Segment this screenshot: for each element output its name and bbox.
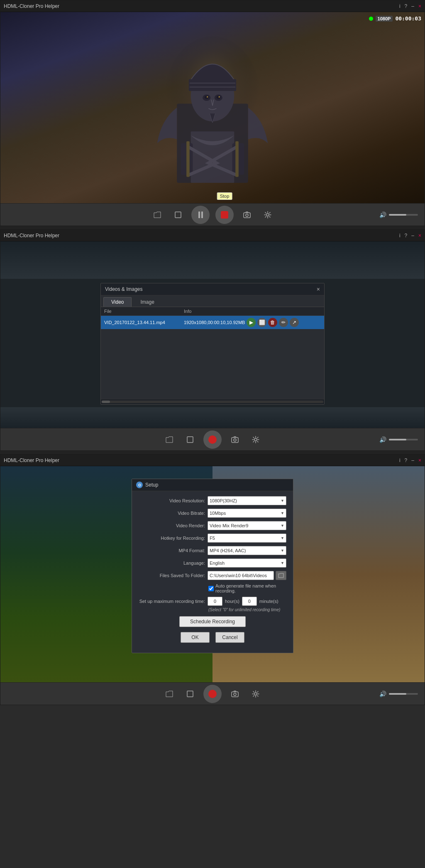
modal-title: Videos & Images <box>105 286 143 292</box>
play-file-button[interactable]: ▶ <box>247 318 256 327</box>
crop-button[interactable] <box>171 207 186 222</box>
videos-images-modal: Videos & Images × Video Image File Info <box>100 283 325 405</box>
language-select[interactable]: English ▼ <box>208 558 286 568</box>
screenshot-button[interactable] <box>239 207 254 222</box>
cancel-button[interactable]: Cancel <box>215 632 244 643</box>
edit-file-button[interactable]: ✏ <box>279 318 288 327</box>
folder-icon <box>153 211 161 219</box>
folder-button2[interactable] <box>162 432 177 447</box>
svg-point-19 <box>246 214 248 216</box>
info-icon2[interactable]: i <box>399 233 401 239</box>
video-bg2-bottom <box>0 407 425 428</box>
settings-button2[interactable] <box>248 432 263 447</box>
app-title2: HDML-Cloner Pro Helper <box>4 233 59 239</box>
video-render-select[interactable]: Video Mix Render9 ▼ <box>208 521 286 530</box>
auto-generate-row: Auto generate file name when recording. <box>208 583 286 593</box>
crop-icon3 <box>186 690 194 698</box>
stop-icon <box>221 211 228 219</box>
camera-icon3 <box>231 690 239 698</box>
schedule-recording-button[interactable]: Schedule Recording <box>179 616 246 627</box>
screenshot-button2[interactable] <box>227 432 242 447</box>
volume-control1: 🔊 <box>379 211 418 218</box>
help-icon3[interactable]: ? <box>405 457 408 463</box>
settings-button3[interactable] <box>248 686 263 701</box>
volume-slider2[interactable] <box>389 439 418 440</box>
row-actions: 1920x1080,00:00:10,10.92MB ▶ ⬜ 🗑 ✏ ↗ <box>184 318 321 327</box>
record-button3[interactable] <box>203 685 222 703</box>
table-row-empty1 <box>101 329 324 341</box>
crop-button2[interactable] <box>183 432 198 447</box>
crop-button3[interactable] <box>183 686 198 701</box>
volume-slider3[interactable] <box>389 693 418 695</box>
titlebar2-right: i ? – × <box>399 233 421 239</box>
close-icon2[interactable]: × <box>418 233 421 239</box>
svg-rect-21 <box>187 437 193 443</box>
hotkey-select[interactable]: F5 ▼ <box>208 534 286 543</box>
file-table-wrapper[interactable]: File Info VID_20170122_13.44.11.mp4 1920… <box>101 307 324 399</box>
svg-rect-22 <box>232 438 238 443</box>
folder-icon3 <box>165 690 173 698</box>
close-icon3[interactable]: × <box>418 457 421 463</box>
minimize-icon[interactable]: – <box>411 3 414 9</box>
minimize-icon3[interactable]: – <box>411 457 414 463</box>
hours-input[interactable]: 0 <box>208 597 222 606</box>
mp4-format-select[interactable]: MP4 (H264, AAC) ▼ <box>208 546 286 555</box>
app-title1: HDML-Cloner Pro Helper <box>4 3 59 9</box>
table-row[interactable]: VID_20170122_13.44.11.mp4 1920x1080,00:0… <box>101 316 324 329</box>
volume-icon1[interactable]: 🔊 <box>379 211 386 218</box>
video-resolution-select[interactable]: 1080P(30HZ) ▼ <box>208 496 286 505</box>
help-icon[interactable]: ? <box>405 3 408 9</box>
crop-icon <box>174 211 182 219</box>
volume-control2: 🔊 <box>379 436 418 443</box>
folder-row: C:\Users\win10 64bit\Videos <box>208 571 286 580</box>
folder-button3[interactable] <box>162 686 177 701</box>
ok-button[interactable]: OK <box>181 632 210 643</box>
browse-folder-button[interactable] <box>276 571 286 580</box>
col-file: File <box>101 307 181 316</box>
tab-image[interactable]: Image <box>132 297 162 307</box>
max-time-row: Set up maximum recording time: 0 hour(s)… <box>139 597 286 606</box>
record-button2[interactable] <box>203 430 222 449</box>
pause-button[interactable] <box>191 206 210 224</box>
titlebar3-left: HDML-Cloner Pro Helper <box>4 457 59 463</box>
close-icon[interactable]: × <box>418 3 421 9</box>
svg-point-23 <box>234 439 236 441</box>
volume-control3: 🔊 <box>379 691 418 697</box>
hotkey-value: F5 <box>210 536 215 541</box>
move-file-button[interactable]: ⬜ <box>257 318 266 327</box>
modal-close-button[interactable]: × <box>317 286 320 293</box>
svg-rect-4 <box>189 79 236 91</box>
settings-button1[interactable] <box>260 207 275 222</box>
video-player1: 1080P 00:00:03 <box>0 12 425 203</box>
stop-button[interactable]: Stop <box>215 206 234 224</box>
info-icon[interactable]: i <box>399 3 401 9</box>
info-icon3[interactable]: i <box>399 457 401 463</box>
auto-generate-label: Auto generate file name when recording. <box>215 583 286 593</box>
hours-label: hour(s) <box>225 599 239 604</box>
folder-path-input[interactable]: C:\Users\win10 64bit\Videos <box>208 571 274 580</box>
volume-icon2[interactable]: 🔊 <box>379 436 386 443</box>
mp4-format-label: MP4 Format: <box>139 548 205 553</box>
folder-button[interactable] <box>150 207 165 222</box>
window1: HDML-Cloner Pro Helper i ? – × <box>0 0 425 226</box>
auto-generate-checkbox[interactable] <box>208 586 214 591</box>
folder-icon2 <box>165 436 173 443</box>
max-time-label: Set up maximum recording time: <box>139 598 205 604</box>
share-file-button[interactable]: ↗ <box>290 318 299 327</box>
minimize-icon2[interactable]: – <box>411 233 414 239</box>
minutes-label: minute(s) <box>259 599 278 604</box>
help-icon2[interactable]: ? <box>405 233 408 239</box>
video-bitrate-select[interactable]: 10Mbps ▼ <box>208 509 286 518</box>
chevron-down-icon4: ▼ <box>281 536 284 540</box>
minutes-input[interactable]: 0 <box>242 597 257 606</box>
horizontal-scrollbar[interactable] <box>101 399 324 404</box>
tab-video[interactable]: Video <box>103 297 132 307</box>
screenshot-button3[interactable] <box>227 686 242 701</box>
delete-file-button[interactable]: 🗑 <box>268 318 277 327</box>
file-info-text: 1920x1080,00:00:10,10.92MB <box>184 320 245 325</box>
volume-icon3[interactable]: 🔊 <box>379 691 386 697</box>
video-bitrate-label: Video Bitrate: <box>139 511 205 516</box>
volume-slider1[interactable] <box>389 214 418 216</box>
table-row-empty4 <box>101 364 324 376</box>
files-saved-label: Files Saved To Folder: <box>139 573 205 578</box>
